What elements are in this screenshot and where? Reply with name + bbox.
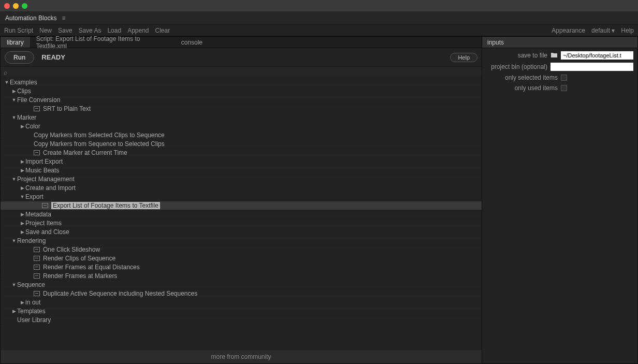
search-input[interactable]: [10, 69, 479, 76]
tree-item-label: Export: [25, 193, 44, 200]
tree-arrow-icon: [11, 97, 17, 103]
tree-item-color[interactable]: Color: [1, 122, 482, 131]
only-used-checkbox[interactable]: [561, 85, 567, 91]
tree-item-label: Render Frames at Markers: [43, 272, 117, 280]
action-help[interactable]: Help: [621, 27, 634, 34]
tree-item-label: Clips: [17, 88, 31, 95]
tree-item-user-library[interactable]: User Library: [1, 316, 482, 325]
search-row: ⌕: [1, 67, 482, 78]
tree-arrow-icon: [19, 159, 25, 164]
tab-library[interactable]: library: [1, 37, 30, 48]
tree-item-label: Copy Markers from Selected Clips to Sequ…: [34, 132, 165, 139]
script-tree[interactable]: ExamplesClipsFile ConversionSRT to Plain…: [1, 78, 482, 349]
tree-item-label: User Library: [17, 316, 51, 324]
action-clear[interactable]: Clear: [155, 27, 170, 34]
tree-item-label: Color: [25, 123, 40, 130]
tree-item-render-frames-at-equal-distances[interactable]: Render Frames at Equal Distances: [1, 263, 482, 272]
zoom-window-button[interactable]: [22, 3, 27, 9]
tree-item-srt-to-plain-text[interactable]: SRT to Plain Text: [1, 105, 482, 113]
tree-item-label: Sequence: [17, 281, 45, 288]
action-new[interactable]: New: [39, 27, 52, 34]
script-file-icon: [42, 203, 48, 208]
tree-item-render-clips-of-sequence[interactable]: Render Clips of Sequence: [1, 254, 482, 263]
script-file-icon: [34, 265, 40, 270]
tree-item-label: Render Clips of Sequence: [43, 255, 115, 262]
left-panel: library Script: Export List of Footage I…: [1, 37, 482, 363]
tree-item-label: Marker: [17, 114, 36, 121]
tree-item-one-click-slideshow[interactable]: One Click Slideshow: [1, 245, 482, 254]
tree-item-metadata[interactable]: Metadata: [1, 210, 482, 219]
tree-arrow-icon: [11, 115, 17, 120]
minimize-window-button[interactable]: [13, 3, 19, 9]
more-from-community-button[interactable]: more from community: [1, 349, 482, 363]
run-button[interactable]: Run: [5, 51, 34, 64]
tab-script[interactable]: Script: Export List of Footage Items to …: [30, 37, 175, 48]
tree-item-examples[interactable]: Examples: [1, 78, 482, 87]
tree-item-project-items[interactable]: Project Items: [1, 219, 482, 228]
only-used-label: only used items: [486, 84, 558, 92]
tree-item-file-conversion[interactable]: File Conversion: [1, 96, 482, 105]
tree-item-templates[interactable]: Templates: [1, 307, 482, 316]
project-bin-label: project bin (optional): [486, 63, 547, 70]
tree-item-label: Rendering: [17, 237, 46, 244]
folder-icon[interactable]: [550, 52, 558, 60]
tree-arrow-icon: [19, 229, 25, 235]
tree-item-export-list-of-footage-items-to-textfile[interactable]: Export List of Footage Items to Textfile: [1, 201, 482, 210]
tree-item-duplicate-active-sequence-including-nested-sequences[interactable]: Duplicate Active Sequence including Nest…: [1, 289, 482, 298]
tree-item-label: Music Beats: [25, 167, 59, 174]
tree-item-project-management[interactable]: Project Management: [1, 175, 482, 184]
tree-item-marker[interactable]: Marker: [1, 113, 482, 122]
mac-titlebar: [0, 0, 638, 11]
tree-item-sequence[interactable]: Sequence: [1, 281, 482, 289]
tree-item-copy-markers-from-sequence-to-selected-clips[interactable]: Copy Markers from Sequence to Selected C…: [1, 140, 482, 149]
tree-item-label: Import Export: [25, 158, 63, 165]
tree-arrow-icon: [11, 177, 17, 182]
tree-item-clips[interactable]: Clips: [1, 87, 482, 96]
help-button[interactable]: Help: [450, 53, 477, 62]
tree-item-copy-markers-from-selected-clips-to-sequence[interactable]: Copy Markers from Selected Clips to Sequ…: [1, 131, 482, 140]
script-file-icon: [34, 247, 40, 252]
tree-item-label: Export List of Footage Items to Textfile: [51, 202, 160, 209]
tree-item-import-export[interactable]: Import Export: [1, 157, 482, 166]
script-file-icon: [34, 256, 40, 261]
tree-item-music-beats[interactable]: Music Beats: [1, 166, 482, 175]
panel-menu-icon[interactable]: ≡: [62, 14, 65, 22]
tree-item-rendering[interactable]: Rendering: [1, 237, 482, 245]
tree-arrow-icon: [19, 212, 25, 217]
search-icon: ⌕: [4, 69, 7, 76]
save-to-file-input[interactable]: [561, 51, 633, 60]
close-window-button[interactable]: [4, 3, 10, 9]
script-file-icon: [34, 106, 40, 111]
tree-arrow-icon: [19, 168, 25, 173]
action-load[interactable]: Load: [107, 27, 121, 34]
tree-item-save-and-close[interactable]: Save and Close: [1, 228, 482, 237]
tree-item-label: Create Marker at Current Time: [43, 149, 127, 156]
tree-item-label: One Click Slideshow: [43, 246, 100, 253]
action-default[interactable]: default ▾: [591, 27, 615, 34]
tree-item-label: Examples: [10, 79, 37, 86]
tree-item-create-marker-at-current-time[interactable]: Create Marker at Current Time: [1, 149, 482, 157]
action-append[interactable]: Append: [127, 27, 149, 34]
tree-item-create-and-import[interactable]: Create and Import: [1, 184, 482, 193]
tree-item-label: in out: [25, 299, 40, 306]
tab-console[interactable]: console: [175, 37, 209, 48]
action-save[interactable]: Save: [58, 27, 72, 34]
status-text: READY: [41, 53, 65, 61]
tree-arrow-icon: [19, 194, 25, 199]
action-save-as[interactable]: Save As: [78, 27, 101, 34]
tree-arrow-icon: [11, 309, 17, 314]
tree-item-render-frames-at-markers[interactable]: Render Frames at Markers: [1, 272, 482, 281]
only-selected-checkbox[interactable]: [561, 75, 567, 81]
tree-item-export[interactable]: Export: [1, 193, 482, 201]
tree-item-in-out[interactable]: in out: [1, 298, 482, 307]
tree-item-label: Duplicate Active Sequence including Nest…: [43, 290, 197, 297]
script-file-icon: [34, 150, 40, 155]
script-file-icon: [34, 291, 40, 296]
project-bin-input[interactable]: [550, 63, 633, 71]
tree-item-label: Templates: [17, 308, 46, 315]
only-selected-label: only selected items: [486, 74, 558, 81]
tree-arrow-icon: [11, 238, 17, 243]
action-appearance[interactable]: Appearance: [552, 27, 585, 34]
action-run-script[interactable]: Run Script: [4, 27, 33, 34]
tree-arrow-icon: [19, 124, 25, 129]
